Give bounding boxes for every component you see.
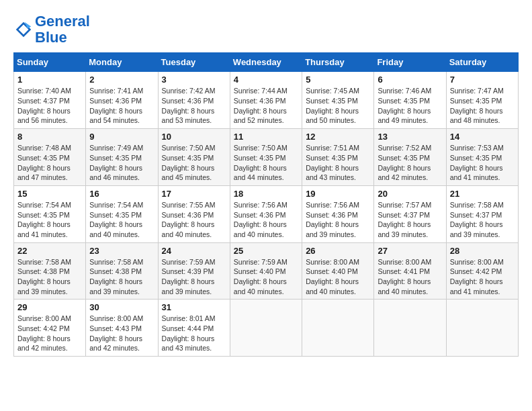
daylight-label: Daylight: 8 hours and 54 minutes.	[89, 107, 142, 125]
sunset-label: Sunset: 4:37 PM	[17, 97, 70, 105]
sunrise-label: Sunrise: 7:58 AM	[89, 258, 143, 266]
sunset-label: Sunset: 4:38 PM	[89, 267, 142, 275]
daylight-label: Daylight: 8 hours and 40 minutes.	[378, 277, 431, 295]
sunset-label: Sunset: 4:41 PM	[378, 267, 430, 275]
sunset-label: Sunset: 4:43 PM	[89, 324, 142, 332]
sunrise-label: Sunrise: 7:57 AM	[378, 201, 431, 209]
week-row-5: 29 Sunrise: 8:00 AM Sunset: 4:42 PM Dayl…	[14, 300, 519, 357]
calendar-cell: 21 Sunrise: 7:58 AM Sunset: 4:37 PM Dayl…	[446, 185, 518, 242]
calendar-cell: 2 Sunrise: 7:41 AM Sunset: 4:36 PM Dayli…	[86, 72, 158, 129]
calendar-cell: 6 Sunrise: 7:46 AM Sunset: 4:35 PM Dayli…	[374, 72, 446, 129]
daylight-label: Daylight: 8 hours and 40 minutes.	[162, 220, 215, 238]
daylight-label: Daylight: 8 hours and 44 minutes.	[234, 164, 287, 182]
week-row-1: 1 Sunrise: 7:40 AM Sunset: 4:37 PM Dayli…	[14, 72, 519, 129]
day-info: Sunrise: 8:00 AM Sunset: 4:43 PM Dayligh…	[89, 314, 154, 353]
day-info: Sunrise: 7:56 AM Sunset: 4:36 PM Dayligh…	[234, 200, 298, 240]
sunset-label: Sunset: 4:36 PM	[306, 211, 358, 219]
daylight-label: Daylight: 8 hours and 47 minutes.	[17, 164, 71, 182]
day-info: Sunrise: 7:54 AM Sunset: 4:35 PM Dayligh…	[17, 200, 82, 240]
day-number: 19	[306, 189, 370, 199]
sunrise-label: Sunrise: 8:00 AM	[306, 258, 359, 266]
daylight-label: Daylight: 8 hours and 39 minutes.	[450, 220, 503, 238]
calendar-cell	[446, 300, 518, 357]
day-number: 17	[162, 189, 226, 199]
day-info: Sunrise: 7:48 AM Sunset: 4:35 PM Dayligh…	[17, 143, 82, 183]
day-info: Sunrise: 7:50 AM Sunset: 4:35 PM Dayligh…	[234, 143, 298, 183]
day-number: 30	[89, 302, 154, 312]
calendar-cell: 5 Sunrise: 7:45 AM Sunset: 4:35 PM Dayli…	[302, 72, 374, 129]
day-number: 3	[162, 75, 226, 85]
day-number: 21	[450, 189, 515, 199]
daylight-label: Daylight: 8 hours and 45 minutes.	[162, 164, 215, 182]
sunrise-label: Sunrise: 7:58 AM	[17, 258, 71, 266]
sunset-label: Sunset: 4:35 PM	[378, 154, 430, 162]
sunset-label: Sunset: 4:37 PM	[450, 211, 502, 219]
calendar-cell: 12 Sunrise: 7:51 AM Sunset: 4:35 PM Dayl…	[302, 129, 374, 186]
calendar-cell: 14 Sunrise: 7:53 AM Sunset: 4:35 PM Dayl…	[446, 129, 518, 186]
sunset-label: Sunset: 4:35 PM	[89, 154, 142, 162]
calendar-cell	[374, 300, 446, 357]
calendar-cell: 25 Sunrise: 7:59 AM Sunset: 4:40 PM Dayl…	[230, 242, 302, 300]
sunrise-label: Sunrise: 8:00 AM	[450, 258, 504, 266]
sunset-label: Sunset: 4:35 PM	[17, 211, 70, 219]
sunrise-label: Sunrise: 7:56 AM	[306, 201, 359, 209]
sunrise-label: Sunrise: 7:42 AM	[162, 87, 216, 95]
week-row-2: 8 Sunrise: 7:48 AM Sunset: 4:35 PM Dayli…	[14, 129, 519, 186]
sunrise-label: Sunrise: 7:49 AM	[89, 144, 143, 152]
daylight-label: Daylight: 8 hours and 39 minutes.	[162, 277, 215, 295]
day-info: Sunrise: 8:00 AM Sunset: 4:42 PM Dayligh…	[17, 314, 82, 353]
sunrise-label: Sunrise: 7:50 AM	[162, 144, 216, 152]
day-number: 22	[17, 246, 82, 256]
day-info: Sunrise: 7:58 AM Sunset: 4:38 PM Dayligh…	[89, 257, 154, 297]
day-info: Sunrise: 8:00 AM Sunset: 4:40 PM Dayligh…	[306, 257, 370, 297]
day-info: Sunrise: 8:00 AM Sunset: 4:42 PM Dayligh…	[450, 257, 515, 297]
day-number: 10	[162, 132, 226, 142]
daylight-label: Daylight: 8 hours and 46 minutes.	[89, 164, 142, 182]
sunrise-label: Sunrise: 7:50 AM	[234, 144, 287, 152]
sunrise-label: Sunrise: 7:56 AM	[234, 201, 287, 209]
daylight-label: Daylight: 8 hours and 42 minutes.	[89, 334, 142, 353]
daylight-label: Daylight: 8 hours and 48 minutes.	[450, 107, 503, 125]
day-info: Sunrise: 7:53 AM Sunset: 4:35 PM Dayligh…	[450, 143, 515, 183]
calendar-cell: 11 Sunrise: 7:50 AM Sunset: 4:35 PM Dayl…	[230, 129, 302, 186]
sunset-label: Sunset: 4:35 PM	[450, 154, 502, 162]
day-number: 6	[378, 75, 442, 85]
calendar-cell: 9 Sunrise: 7:49 AM Sunset: 4:35 PM Dayli…	[86, 129, 158, 186]
day-number: 7	[450, 75, 515, 85]
day-info: Sunrise: 7:46 AM Sunset: 4:35 PM Dayligh…	[378, 86, 442, 126]
week-row-3: 15 Sunrise: 7:54 AM Sunset: 4:35 PM Dayl…	[14, 185, 519, 242]
sunset-label: Sunset: 4:35 PM	[234, 154, 286, 162]
sunrise-label: Sunrise: 7:45 AM	[306, 87, 359, 95]
day-number: 5	[306, 75, 370, 85]
logo-text-blue: Blue	[35, 29, 67, 46]
day-number: 29	[17, 302, 82, 312]
calendar-cell: 13 Sunrise: 7:52 AM Sunset: 4:35 PM Dayl…	[374, 129, 446, 186]
sunrise-label: Sunrise: 8:00 AM	[378, 258, 431, 266]
calendar-cell: 15 Sunrise: 7:54 AM Sunset: 4:35 PM Dayl…	[14, 185, 86, 242]
day-info: Sunrise: 7:54 AM Sunset: 4:35 PM Dayligh…	[89, 200, 154, 240]
sunrise-label: Sunrise: 7:54 AM	[89, 201, 143, 209]
day-number: 27	[378, 246, 442, 256]
sunset-label: Sunset: 4:35 PM	[162, 154, 214, 162]
calendar-cell	[230, 300, 302, 357]
calendar-cell: 10 Sunrise: 7:50 AM Sunset: 4:35 PM Dayl…	[158, 129, 230, 186]
calendar-cell: 30 Sunrise: 8:00 AM Sunset: 4:43 PM Dayl…	[86, 300, 158, 357]
calendar-cell: 27 Sunrise: 8:00 AM Sunset: 4:41 PM Dayl…	[374, 242, 446, 300]
logo-text-general: General	[35, 13, 90, 30]
sunrise-label: Sunrise: 7:46 AM	[378, 87, 431, 95]
calendar: Sunday Monday Tuesday Wednesday Thursday…	[13, 52, 519, 357]
day-info: Sunrise: 7:45 AM Sunset: 4:35 PM Dayligh…	[306, 86, 370, 126]
day-info: Sunrise: 8:01 AM Sunset: 4:44 PM Dayligh…	[162, 314, 226, 353]
sunset-label: Sunset: 4:40 PM	[306, 267, 358, 275]
day-info: Sunrise: 7:59 AM Sunset: 4:39 PM Dayligh…	[162, 257, 226, 297]
sunset-label: Sunset: 4:42 PM	[17, 324, 70, 332]
day-info: Sunrise: 7:40 AM Sunset: 4:37 PM Dayligh…	[17, 86, 82, 126]
day-number: 9	[89, 132, 154, 142]
day-number: 4	[234, 75, 298, 85]
header-saturday: Saturday	[446, 53, 518, 72]
day-number: 24	[162, 246, 226, 256]
day-number: 23	[89, 246, 154, 256]
sunrise-label: Sunrise: 7:44 AM	[234, 87, 287, 95]
sunrise-label: Sunrise: 7:59 AM	[162, 258, 216, 266]
day-info: Sunrise: 7:56 AM Sunset: 4:36 PM Dayligh…	[306, 200, 370, 240]
